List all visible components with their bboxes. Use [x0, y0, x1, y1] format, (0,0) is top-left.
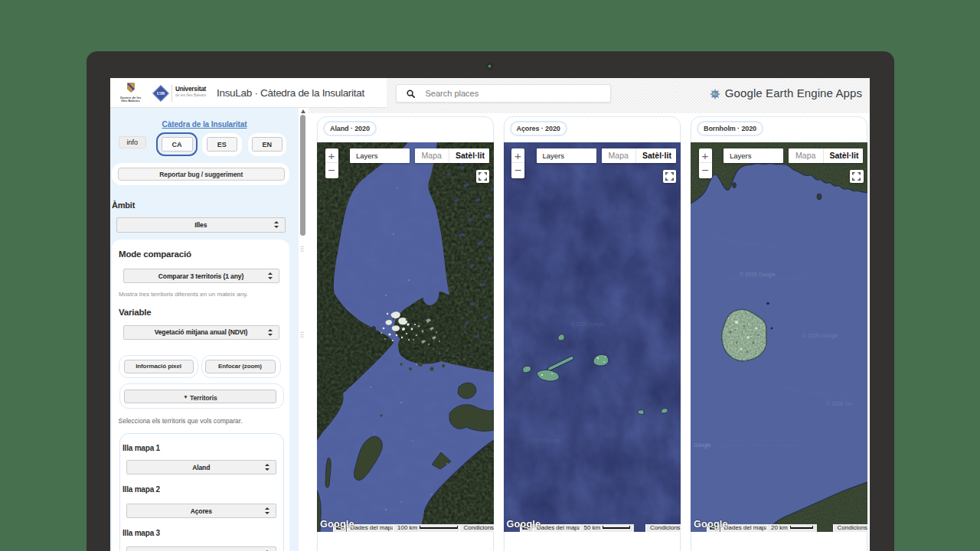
svg-text:© 2026 Google: © 2026 Google [571, 321, 605, 328]
svg-text:© 2026 Google: © 2026 Google [740, 272, 776, 278]
svg-text:UIB: UIB [157, 91, 165, 96]
svg-text:© 2026 Google: © 2026 Google [802, 333, 838, 339]
svg-text:© 2026 Gu: © 2026 Gu [826, 401, 852, 406]
svg-text:© 2026 Google: © 2026 Google [527, 438, 560, 444]
svg-text:Google: Google [694, 442, 711, 448]
